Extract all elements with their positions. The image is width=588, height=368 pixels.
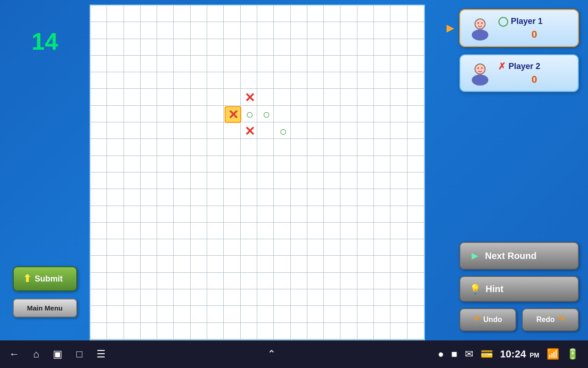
grid-cell[interactable] <box>141 106 157 122</box>
grid-cell[interactable] <box>224 306 240 322</box>
redo-button[interactable]: Redo ↷ <box>522 308 579 331</box>
grid-cell[interactable] <box>241 256 257 272</box>
grid-cell[interactable] <box>124 273 141 289</box>
grid-cell[interactable] <box>257 39 274 56</box>
grid-cell[interactable] <box>374 172 390 189</box>
grid-cell[interactable] <box>357 89 374 105</box>
grid-cell[interactable] <box>340 306 357 322</box>
grid-cell[interactable] <box>191 323 207 339</box>
grid-cell[interactable] <box>274 122 290 139</box>
grid-cell[interactable] <box>374 139 390 155</box>
grid-cell[interactable] <box>390 189 407 206</box>
grid-cell[interactable] <box>107 6 124 22</box>
grid-cell[interactable] <box>291 72 307 89</box>
grid-cell[interactable] <box>124 289 141 306</box>
grid-cell[interactable] <box>340 72 357 89</box>
grid-cell[interactable] <box>307 139 324 155</box>
grid-cell[interactable] <box>340 122 357 139</box>
grid-cell[interactable] <box>407 89 424 105</box>
grid-cell[interactable] <box>224 189 240 206</box>
grid-cell[interactable] <box>374 89 390 105</box>
grid-cell[interactable] <box>124 223 141 239</box>
grid-cell[interactable] <box>157 306 174 322</box>
grid-cell[interactable] <box>357 72 374 89</box>
grid-cell[interactable] <box>357 22 374 39</box>
grid-cell[interactable] <box>191 256 207 272</box>
grid-cell[interactable] <box>307 39 324 56</box>
grid-cell[interactable] <box>207 156 224 172</box>
grid-cell[interactable] <box>241 22 257 39</box>
grid-cell[interactable] <box>274 273 290 289</box>
grid-cell[interactable] <box>107 273 124 289</box>
grid-cell[interactable] <box>390 122 407 139</box>
grid-cell[interactable] <box>274 56 290 72</box>
grid-cell[interactable] <box>124 156 141 172</box>
grid-cell[interactable] <box>207 6 224 22</box>
grid-cell[interactable] <box>107 122 124 139</box>
back-icon[interactable]: ← <box>9 348 19 360</box>
grid-cell[interactable] <box>407 273 424 289</box>
grid-cell[interactable] <box>141 189 157 206</box>
grid-cell[interactable] <box>274 256 290 272</box>
grid-cell[interactable] <box>174 306 190 322</box>
grid-cell[interactable] <box>191 39 207 56</box>
grid-cell[interactable] <box>324 223 340 239</box>
grid-cell[interactable] <box>407 139 424 155</box>
grid-cell[interactable] <box>141 239 157 256</box>
grid-cell[interactable] <box>407 156 424 172</box>
grid-cell[interactable] <box>107 106 124 122</box>
grid-cell[interactable] <box>340 39 357 56</box>
grid-cell[interactable] <box>207 289 224 306</box>
grid-cell[interactable] <box>224 206 240 223</box>
grid-cell[interactable] <box>191 239 207 256</box>
grid-cell[interactable] <box>124 189 141 206</box>
grid-cell[interactable] <box>157 206 174 223</box>
grid-cell[interactable] <box>307 56 324 72</box>
grid-cell[interactable] <box>274 239 290 256</box>
grid-cell[interactable] <box>157 89 174 105</box>
grid-cell[interactable] <box>224 106 240 122</box>
grid-cell[interactable] <box>191 289 207 306</box>
grid-cell[interactable] <box>224 256 240 272</box>
grid-cell[interactable] <box>191 6 207 22</box>
grid-cell[interactable] <box>241 172 257 189</box>
grid-cell[interactable] <box>207 89 224 105</box>
grid-cell[interactable] <box>174 6 190 22</box>
grid-cell[interactable] <box>191 206 207 223</box>
grid-cell[interactable] <box>291 156 307 172</box>
grid-cell[interactable] <box>107 323 124 339</box>
grid-cell[interactable] <box>207 306 224 322</box>
grid-cell[interactable] <box>390 273 407 289</box>
grid-cell[interactable] <box>340 139 357 155</box>
grid-cell[interactable] <box>340 172 357 189</box>
grid-cell[interactable] <box>390 156 407 172</box>
grid-cell[interactable] <box>241 273 257 289</box>
grid-cell[interactable] <box>141 306 157 322</box>
grid-cell[interactable] <box>191 22 207 39</box>
grid-cell[interactable] <box>407 6 424 22</box>
grid-cell[interactable] <box>291 323 307 339</box>
grid-cell[interactable] <box>107 139 124 155</box>
grid-cell[interactable] <box>90 6 107 22</box>
grid-cell[interactable] <box>124 256 141 272</box>
grid-cell[interactable] <box>357 56 374 72</box>
submit-button[interactable]: ⬆ Submit <box>13 266 77 291</box>
grid-cell[interactable] <box>407 206 424 223</box>
grid-cell[interactable] <box>357 239 374 256</box>
grid-cell[interactable] <box>390 39 407 56</box>
grid-cell[interactable] <box>274 189 290 206</box>
grid-cell[interactable] <box>157 72 174 89</box>
grid-cell[interactable] <box>191 122 207 139</box>
grid-cell[interactable] <box>241 122 257 139</box>
grid-cell[interactable] <box>90 172 107 189</box>
grid-cell[interactable] <box>207 122 224 139</box>
grid-cell[interactable] <box>107 239 124 256</box>
grid-cell[interactable] <box>141 223 157 239</box>
grid-cell[interactable] <box>174 89 190 105</box>
grid-cell[interactable] <box>207 223 224 239</box>
grid-cell[interactable] <box>90 189 107 206</box>
grid-cell[interactable] <box>141 172 157 189</box>
grid-cell[interactable] <box>207 189 224 206</box>
grid-cell[interactable] <box>257 89 274 105</box>
grid-cell[interactable] <box>390 172 407 189</box>
